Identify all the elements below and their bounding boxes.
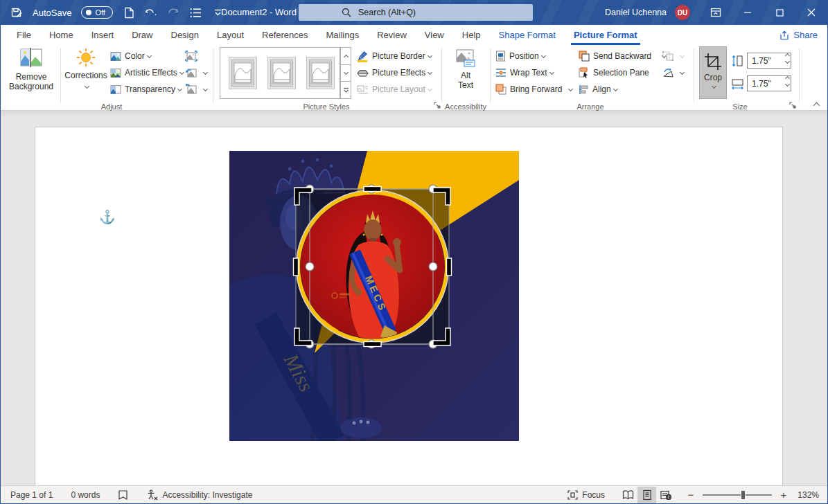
group-separator [490,48,491,102]
color-button[interactable]: Color [110,48,152,64]
tab-view[interactable]: View [416,25,453,45]
send-backward-icon [579,51,590,62]
artistic-effects-button[interactable]: Artistic Effects [110,64,185,81]
tab-picture-format[interactable]: Picture Format [565,25,646,45]
close-button[interactable] [795,0,827,25]
wrap-text-button[interactable]: Wrap Text [495,64,555,81]
save-icon[interactable] [10,6,23,19]
word-count[interactable]: 0 words [71,490,100,500]
redo-icon [167,6,179,19]
picture-effects-button[interactable]: Picture Effects [357,64,433,81]
collapse-ribbon-button[interactable] [811,100,820,111]
size-dialog-launcher[interactable] [788,100,798,110]
picture-border-icon [357,51,369,62]
zoom-slider[interactable] [703,494,772,496]
undo-icon[interactable] [145,6,157,19]
accessibility-group-label: Accessibility [441,102,490,111]
tab-review[interactable]: Review [368,25,416,45]
group-separator [441,48,442,102]
alt-text-button[interactable]: Alt Text [446,48,486,90]
width-decrease[interactable] [785,82,790,87]
artistic-effects-icon [110,68,121,78]
gallery-scroll-up[interactable] [340,47,351,65]
crop-button[interactable]: Crop [699,46,727,99]
search-box[interactable] [299,4,533,21]
compress-pictures-button[interactable] [185,48,201,64]
transparency-button[interactable]: Transparency [110,81,183,98]
tab-home[interactable]: Home [40,25,82,45]
send-backward-button[interactable]: Send Backward [579,48,667,64]
picture-border-button[interactable]: Picture Border [357,48,433,64]
chevron-down-icon [428,69,432,74]
minimize-button[interactable] [732,0,764,25]
chevron-down-icon [179,69,184,74]
gallery-scroll-down[interactable] [340,65,351,82]
statusbar-right: Focus − + 132% [567,487,819,503]
accessibility-status[interactable]: Accessibility: Investigate [146,489,252,501]
zoom-level[interactable]: 132% [789,490,819,500]
picture-style-thumbnail[interactable] [306,57,335,89]
proofing-icon[interactable] [118,489,128,501]
read-mode-button[interactable] [619,487,637,503]
position-icon [495,51,506,62]
user-name[interactable]: Daniel Uchenna [605,8,667,17]
document-canvas[interactable]: ⚓ [1,111,827,485]
remove-background-icon [19,48,43,69]
tab-draw[interactable]: Draw [123,25,161,45]
object-anchor-icon: ⚓ [99,210,116,224]
picture-styles-dialog-launcher[interactable] [432,100,442,110]
remove-background-button[interactable]: Remove Background [5,48,58,91]
tab-design[interactable]: Design [162,25,208,45]
zoom-in-button[interactable]: + [779,489,789,501]
page-indicator[interactable]: Page 1 of 1 [10,490,53,500]
rotate-objects-button[interactable] [662,64,685,81]
focus-button[interactable]: Focus [567,490,605,500]
search-input[interactable] [358,8,497,17]
bring-forward-button[interactable]: Bring Forward [495,81,574,98]
tab-mailings[interactable]: Mailings [317,25,369,45]
chevron-down-icon [680,53,685,57]
autosave-toggle[interactable]: Off [81,6,113,19]
toggle-dot-icon [86,10,91,15]
tab-references[interactable]: References [253,25,317,45]
search-icon [342,8,351,17]
picture-styles-gallery[interactable] [220,47,340,99]
reset-picture-icon [185,84,197,95]
zoom-out-button[interactable]: − [686,489,696,501]
tab-insert[interactable]: Insert [82,25,123,45]
position-button[interactable]: Position [495,48,547,64]
corrections-button[interactable]: Corrections [64,48,107,89]
maximize-button[interactable] [764,0,795,25]
align-button[interactable]: Align [579,81,619,98]
chevron-down-icon [147,53,152,57]
tab-shape-format[interactable]: Shape Format [490,25,565,45]
print-layout-button[interactable] [637,487,656,503]
gallery-more-button[interactable] [340,82,351,99]
share-icon [779,30,789,40]
height-increase[interactable] [785,53,790,58]
align-label: Align [592,84,611,94]
share-button[interactable]: Share [779,25,818,45]
group-separator [799,48,800,102]
zoom-slider-handle[interactable] [741,490,746,500]
alt-text-label: Alt Text [455,71,477,90]
tab-file[interactable]: File [8,25,40,45]
tab-layout[interactable]: Layout [208,25,253,45]
tab-help[interactable]: Help [453,25,490,45]
reset-picture-button[interactable] [185,81,209,98]
selection-pane-button[interactable]: Selection Pane [579,64,649,81]
height-decrease[interactable] [785,59,790,64]
change-picture-button[interactable] [185,64,209,81]
corrections-sun-icon [76,48,96,67]
picture-style-thumbnail[interactable] [229,57,257,89]
user-avatar[interactable]: DU [675,5,690,20]
ribbon-display-options-icon[interactable] [700,0,732,25]
picture-style-thumbnail[interactable] [267,57,296,89]
chevron-down-icon [428,86,432,91]
new-document-icon[interactable] [123,6,135,19]
web-layout-button[interactable] [656,487,675,503]
selected-picture[interactable]: Miss [229,151,519,441]
width-increase[interactable] [785,76,790,81]
bullet-list-icon[interactable] [189,6,202,19]
group-separator [60,48,61,102]
